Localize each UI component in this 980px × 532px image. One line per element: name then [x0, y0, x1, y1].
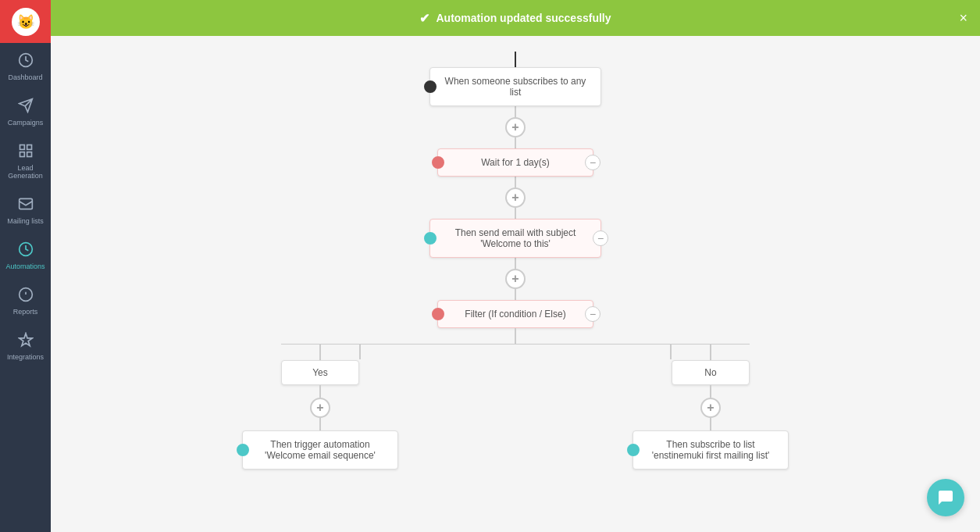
svg-rect-3 — [20, 152, 24, 156]
no-node-dot — [627, 444, 640, 456]
add-button-1[interactable]: + — [505, 117, 526, 137]
branch-row: Yes + Then trigger automation 'Welcome e… — [203, 345, 828, 470]
sidebar-item-lead-generation[interactable]: Lead Generation — [0, 134, 51, 187]
notification-close-button[interactable]: × — [959, 11, 968, 25]
no-action-node[interactable]: Then subscribe to list 'enstinemuki firs… — [633, 430, 789, 470]
connector-1: + — [505, 106, 526, 148]
trigger-top-line — [515, 52, 516, 67]
integrations-icon — [18, 332, 34, 350]
sidebar-item-automations-label: Automations — [5, 262, 45, 271]
sidebar-item-reports[interactable]: Reports — [0, 277, 51, 323]
filter-node-wrapper: Filter (If condition / Else) − — [437, 300, 593, 328]
branch-container: Yes + Then trigger automation 'Welcome e… — [203, 328, 828, 470]
main-content: ✔ Automation updated successfully × When… — [51, 0, 980, 532]
chat-widget-button[interactable] — [927, 479, 964, 516]
trigger-dot — [424, 80, 437, 93]
svg-rect-4 — [27, 152, 31, 156]
flow-container: When someone subscribes to any list + Wa… — [51, 52, 980, 516]
sidebar-item-automations[interactable]: Automations — [0, 232, 51, 277]
yes-label[interactable]: Yes — [281, 360, 359, 385]
sidebar-item-campaigns[interactable]: Campaigns — [0, 88, 51, 134]
sidebar-item-integrations[interactable]: Integrations — [0, 323, 51, 368]
wait-minus-btn[interactable]: − — [585, 155, 600, 170]
email-node[interactable]: Then send email with subject 'Welcome to… — [429, 219, 601, 258]
trigger-node-wrapper: When someone subscribes to any list — [429, 52, 601, 106]
check-icon: ✔ — [419, 11, 429, 26]
svg-rect-5 — [19, 199, 32, 209]
sidebar-item-integrations-label: Integrations — [7, 353, 44, 362]
trigger-text: When someone subscribes to any list — [445, 76, 586, 98]
wait-node-wrapper: Wait for 1 day(s) − — [437, 148, 593, 177]
sidebar-item-reports-label: Reports — [13, 308, 38, 316]
svg-rect-1 — [20, 145, 24, 149]
sidebar-item-lead-label: Lead Generation — [0, 164, 51, 181]
yes-add-button[interactable]: + — [310, 398, 330, 418]
lead-generation-icon — [18, 143, 34, 161]
notification-message: Automation updated successfully — [436, 12, 611, 24]
automations-icon — [18, 241, 34, 259]
add-button-2[interactable]: + — [505, 187, 526, 208]
email-dot — [424, 232, 437, 245]
sidebar-item-dashboard[interactable]: Dashboard — [0, 43, 51, 88]
email-node-wrapper: Then send email with subject 'Welcome to… — [429, 219, 601, 258]
sidebar-item-campaigns-label: Campaigns — [8, 119, 44, 127]
yes-action-text: Then trigger automation 'Welcome email s… — [265, 439, 376, 461]
connector-3: + — [505, 258, 526, 300]
trigger-node[interactable]: When someone subscribes to any list — [429, 67, 601, 106]
yes-branch: Yes + Then trigger automation 'Welcome e… — [203, 345, 437, 470]
dashboard-icon — [18, 52, 34, 70]
sidebar-item-mailing-lists[interactable]: Mailing lists — [0, 187, 51, 232]
no-action-text: Then subscribe to list 'enstinemuki firs… — [652, 439, 770, 461]
wait-node[interactable]: Wait for 1 day(s) − — [437, 148, 593, 177]
sidebar: 😺 Dashboard Campaigns Lead Generation — [0, 0, 51, 532]
notification-text: ✔ Automation updated successfully — [419, 11, 611, 26]
email-minus-btn[interactable]: − — [593, 230, 608, 246]
email-text: Then send email with subject 'Welcome to… — [455, 227, 576, 249]
filter-node[interactable]: Filter (If condition / Else) − — [437, 300, 593, 328]
connector-2: + — [505, 177, 526, 219]
yes-node-dot — [237, 444, 249, 456]
add-button-3[interactable]: + — [505, 269, 526, 289]
sidebar-item-dashboard-label: Dashboard — [8, 73, 42, 82]
filter-dot — [432, 308, 444, 320]
filter-text: Filter (If condition / Else) — [465, 309, 565, 320]
wait-text: Wait for 1 day(s) — [481, 157, 550, 168]
reports-icon — [18, 287, 34, 305]
sidebar-logo[interactable]: 😺 — [0, 0, 51, 43]
svg-rect-2 — [27, 145, 31, 149]
logo-icon: 😺 — [12, 8, 40, 36]
no-add-button[interactable]: + — [700, 398, 721, 418]
wait-dot — [432, 156, 444, 169]
campaigns-icon — [18, 98, 34, 116]
sidebar-item-mailing-label: Mailing lists — [7, 217, 44, 226]
automation-canvas: When someone subscribes to any list + Wa… — [51, 36, 980, 532]
mailing-icon — [18, 196, 34, 214]
filter-minus-btn[interactable]: − — [585, 306, 600, 322]
no-label[interactable]: No — [672, 360, 750, 385]
notification-bar: ✔ Automation updated successfully × — [51, 0, 980, 36]
no-branch: No + Then subscribe to list 'enstinemuki… — [593, 345, 828, 470]
yes-action-node[interactable]: Then trigger automation 'Welcome email s… — [242, 430, 398, 470]
